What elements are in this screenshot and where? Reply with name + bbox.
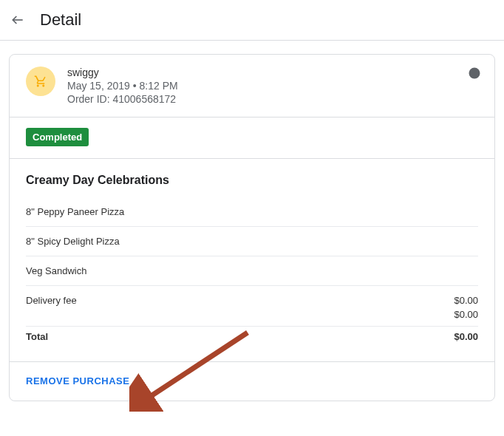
- list-item: 8" Peppy Paneer Pizza: [26, 197, 478, 227]
- total-value: $0.00: [454, 331, 478, 342]
- subtotal-row: $0.00: [26, 307, 478, 327]
- order-card: swiggy May 15, 2019 • 8:12 PM Order ID: …: [9, 54, 495, 401]
- order-id: Order ID: 41006568172: [67, 93, 468, 105]
- status-row: Completed: [10, 117, 494, 159]
- list-item: 8" Spicy Delight Pizza: [26, 227, 478, 256]
- delivery-fee-value: $0.00: [454, 295, 478, 306]
- remove-purchase-button[interactable]: REMOVE PURCHASE: [26, 375, 129, 386]
- actions-row: REMOVE PURCHASE: [10, 361, 494, 401]
- delivery-fee-label: Delivery fee: [26, 295, 77, 306]
- back-arrow-icon[interactable]: [9, 11, 27, 29]
- page-title: Detail: [40, 10, 81, 30]
- delivery-fee-row: Delivery fee $0.00: [26, 286, 478, 307]
- card-header: swiggy May 15, 2019 • 8:12 PM Order ID: …: [10, 55, 494, 117]
- order-datetime: May 15, 2019 • 8:12 PM: [67, 80, 468, 92]
- status-badge: Completed: [26, 128, 89, 146]
- merchant-name: swiggy: [67, 67, 468, 78]
- merchant-logo-icon: [26, 67, 55, 96]
- info-icon[interactable]: [468, 67, 481, 80]
- list-item: Veg Sandwich: [26, 256, 478, 286]
- total-label: Total: [26, 331, 48, 342]
- items-section: Creamy Day Celebrations 8" Peppy Paneer …: [10, 159, 494, 361]
- svg-point-1: [469, 68, 480, 79]
- total-row: Total $0.00: [26, 327, 478, 355]
- order-title: Creamy Day Celebrations: [26, 174, 478, 187]
- page-header: Detail: [0, 0, 504, 41]
- subtotal-value: $0.00: [454, 309, 478, 320]
